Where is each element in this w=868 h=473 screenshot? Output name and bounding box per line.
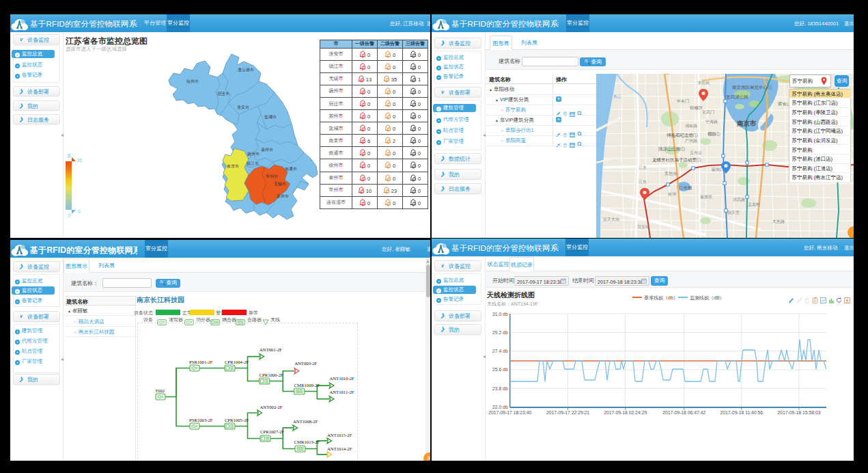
- svg-text:ANT1010-2F: ANT1010-2F: [329, 376, 354, 381]
- svg-text:ANT001-2F: ANT001-2F: [260, 347, 282, 352]
- svg-text:CMR1013-2F: CMR1013-2F: [294, 440, 320, 444]
- svg-text:CPR1006-2F: CPR1006-2F: [260, 373, 284, 377]
- svg-text:盐城市: 盐城市: [264, 114, 277, 119]
- svg-text:龙蟠里社区亲子活动室ⓘ: 龙蟠里社区亲子活动室ⓘ: [652, 157, 701, 163]
- svg-text:ANT1014-2F: ANT1014-2F: [327, 446, 352, 451]
- svg-text:ⓘ水榭: ⓘ水榭: [679, 185, 692, 190]
- svg-text:江东: 江东: [639, 165, 647, 170]
- svg-text:淮安市: 淮安市: [237, 105, 249, 109]
- svg-text:长江: 长江: [613, 94, 621, 98]
- svg-text:榴园ⓘ: 榴园ⓘ: [708, 131, 720, 137]
- svg-text:CMR1009-2F: CMR1009-2F: [294, 383, 320, 388]
- svg-text:应天大街: 应天大街: [603, 217, 620, 222]
- svg-text:广州路: 广州路: [685, 139, 697, 144]
- svg-text:T002: T002: [155, 388, 165, 393]
- svg-text:CPR1007-2F: CPR1007-2F: [260, 429, 285, 434]
- svg-text:ANT1015-2F: ANT1015-2F: [327, 433, 352, 437]
- svg-text:南通市: 南通市: [285, 166, 297, 171]
- svg-text:中央门: 中央门: [677, 98, 689, 103]
- svg-text:23.8 db: 23.8 db: [492, 386, 508, 391]
- svg-text:秦淮区: 秦淮区: [700, 194, 712, 199]
- svg-text:2017-09-18 15:58:03: 2017-09-18 15:58:03: [777, 410, 820, 415]
- svg-text:ANT1011-2F: ANT1011-2F: [329, 390, 354, 394]
- svg-text:江东: 江东: [639, 179, 647, 184]
- svg-text:PSR1003-2F: PSR1003-2F: [189, 418, 213, 422]
- svg-text:泰州市: 泰州市: [261, 147, 273, 152]
- svg-text:22.0 db: 22.0 db: [492, 405, 508, 409]
- svg-text:2017-09-18 02:24:29: 2017-09-18 02:24:29: [604, 410, 647, 415]
- svg-text:27.4 db: 27.4 db: [492, 349, 508, 353]
- svg-text:清凉山公园ⓘ: 清凉山公园ⓘ: [658, 146, 686, 152]
- svg-text:29.2 db: 29.2 db: [492, 330, 508, 335]
- svg-text:ANT1008-2F: ANT1008-2F: [293, 419, 318, 424]
- svg-text:连云港市: 连云港市: [238, 67, 254, 72]
- svg-text:CPR1004-2F: CPR1004-2F: [225, 360, 249, 364]
- svg-text:宿迁市: 宿迁市: [217, 91, 229, 96]
- svg-text:2017-09-17 18:23:40: 2017-09-17 18:23:40: [488, 410, 531, 415]
- svg-text:宁海路: 宁海路: [705, 119, 718, 124]
- svg-text:CPR1005-2F: CPR1005-2F: [225, 418, 249, 422]
- svg-text:玄武门: 玄武门: [702, 109, 714, 114]
- svg-text:湖南路: 湖南路: [685, 124, 697, 129]
- svg-text:月安街: 月安街: [637, 224, 650, 230]
- svg-text:朝天宫: 朝天宫: [727, 210, 740, 215]
- svg-text:鼓楼区: 鼓楼区: [690, 105, 703, 110]
- svg-text:镇江市: 镇江市: [246, 161, 259, 165]
- svg-text:ANT002-2F: ANT002-2F: [260, 405, 283, 409]
- svg-text:玄武湖公园: 玄武湖公园: [726, 94, 748, 100]
- svg-text:常州市: 常州市: [266, 174, 278, 178]
- svg-text:南京市: 南京市: [737, 120, 757, 127]
- svg-text:无锡市: 无锡市: [274, 181, 286, 187]
- svg-text:2017-09-17 22:29:21: 2017-09-17 22:29:21: [546, 410, 589, 415]
- svg-text:南京市: 南京市: [227, 163, 239, 168]
- svg-text:大光路: 大光路: [772, 219, 785, 224]
- svg-text:徐州市: 徐州市: [186, 79, 199, 84]
- svg-text:洪武路: 洪武路: [733, 198, 745, 202]
- svg-text:莫愁湖: 莫愁湖: [664, 172, 677, 176]
- svg-text:五台山: 五台山: [690, 150, 702, 155]
- svg-text:苏州市: 苏州市: [277, 193, 289, 198]
- svg-text:2017-09-18 11:40:56: 2017-09-18 11:40:56: [720, 410, 763, 415]
- svg-text:31.0 db: 31.0 db: [492, 312, 508, 316]
- svg-text:扬州市: 扬州市: [247, 151, 260, 157]
- svg-text:水佐岗: 水佐岗: [697, 80, 710, 85]
- svg-text:25.6 db: 25.6 db: [492, 367, 508, 372]
- svg-text:ANT003-2F: ANT003-2F: [294, 361, 317, 366]
- svg-text:南京国际展览中心ⓘ: 南京国际展览中心ⓘ: [732, 85, 772, 90]
- svg-text:五老村: 五老村: [748, 202, 760, 207]
- svg-text:PSR1001-2F: PSR1001-2F: [189, 360, 213, 364]
- svg-text:傅抱石纪念馆ⓘ: 傅抱石纪念馆ⓘ: [667, 133, 698, 138]
- svg-text:2017-09-18 06:47:42: 2017-09-18 06:47:42: [662, 410, 705, 415]
- svg-text:南湖: 南湖: [668, 192, 676, 196]
